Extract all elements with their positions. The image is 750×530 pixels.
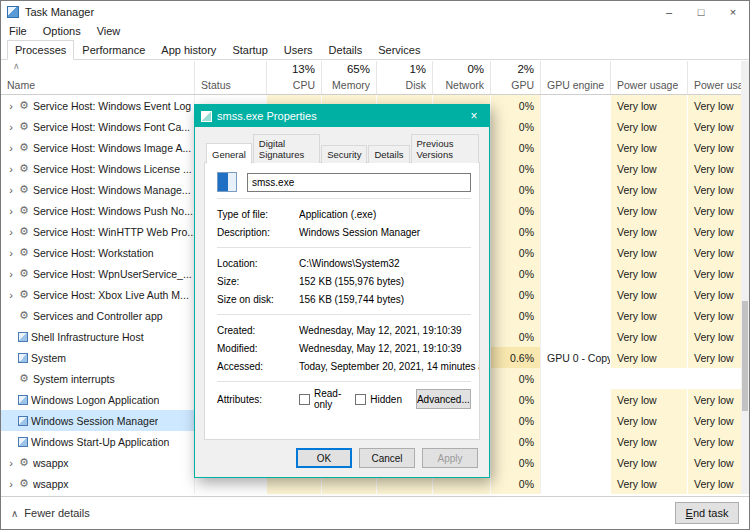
expand-chevron-icon[interactable]: › (7, 289, 15, 301)
expand-chevron-icon[interactable]: › (7, 247, 15, 259)
dialog-tab-details[interactable]: Details (368, 145, 409, 163)
tab-app-history[interactable]: App history (153, 40, 224, 60)
gpu-cell: 0% (490, 473, 540, 494)
power-usage-trend-cell (687, 368, 743, 389)
tab-details[interactable]: Details (321, 40, 371, 60)
hidden-checkbox[interactable]: Hidden (355, 394, 402, 405)
description-value: Windows Session Manager (299, 227, 420, 238)
minimize-button[interactable]: – (653, 1, 685, 22)
power-usage-cell: Very low (610, 305, 687, 326)
gpu-engine-cell (540, 158, 610, 179)
cpu-column-label: CPU (293, 79, 315, 91)
readonly-checkbox[interactable]: Read-only (299, 388, 341, 410)
expand-chevron-icon[interactable]: › (7, 226, 15, 238)
expand-chevron-icon[interactable]: › (7, 163, 15, 175)
menu-options[interactable]: Options (43, 25, 81, 37)
process-icon (18, 353, 28, 363)
expand-chevron-icon[interactable]: › (7, 205, 15, 217)
maximize-button[interactable]: □ (685, 1, 717, 22)
column-header-disk[interactable]: 1% Disk (376, 61, 432, 94)
gpu-cell: 0% (490, 158, 540, 179)
menu-view[interactable]: View (97, 25, 121, 37)
size-on-disk-value: 156 KB (159,744 bytes) (299, 294, 404, 305)
process-icon (18, 478, 30, 490)
power-usage-trend-cell: Very low (687, 305, 743, 326)
expand-chevron-icon[interactable]: › (7, 268, 15, 280)
fewer-details-label: Fewer details (24, 507, 89, 519)
column-header-status[interactable]: Status (194, 61, 266, 94)
column-header-gpu-engine[interactable]: GPU engine (540, 61, 610, 94)
process-name: wsappx (33, 457, 69, 469)
general-tab-page: Type of file:Application (.exe) Descript… (204, 162, 480, 440)
gpu-cell: 0% (490, 305, 540, 326)
column-header-power-usage[interactable]: Power usage (610, 61, 687, 94)
filename-input[interactable] (247, 173, 471, 192)
dialog-buttons: OK Cancel Apply (204, 440, 480, 477)
column-header-network[interactable]: 0% Network (432, 61, 490, 94)
tab-processes[interactable]: Processes (7, 40, 74, 60)
power-usage-trend-cell: Very low (687, 473, 743, 494)
column-header-cpu[interactable]: 13% CPU (266, 61, 321, 94)
expand-chevron-icon[interactable]: › (7, 457, 15, 469)
dialog-tab-digital-signatures[interactable]: Digital Signatures (253, 134, 320, 163)
disk-total-percent: 1% (409, 63, 426, 75)
gpu-engine-cell (540, 431, 610, 452)
dialog-tab-general[interactable]: General (206, 143, 252, 164)
power-usage-cell: Very low (610, 200, 687, 221)
expand-chevron-icon[interactable]: › (7, 100, 15, 112)
expand-chevron-icon[interactable]: › (7, 478, 15, 490)
dialog-close-icon[interactable]: × (459, 105, 489, 127)
checkbox-icon[interactable] (299, 394, 310, 405)
advanced-button[interactable]: Advanced... (416, 389, 471, 409)
vertical-scrollbar[interactable] (741, 61, 749, 494)
dialog-tab-security[interactable]: Security (321, 145, 367, 163)
power-usage-cell: Very low (610, 473, 687, 494)
expand-chevron-icon[interactable]: › (7, 121, 15, 133)
disk-column-label: Disk (406, 79, 426, 91)
column-header-gpu[interactable]: 2% GPU (490, 61, 540, 94)
process-name: Service Host: WinHTTP Web Pro... (33, 226, 194, 238)
power-usage-cell: Very low (610, 389, 687, 410)
process-name: wsappx (33, 478, 69, 490)
menu-file[interactable]: File (9, 25, 27, 37)
divider (217, 314, 471, 315)
cancel-button[interactable]: Cancel (359, 448, 415, 468)
gpu-cell: 0% (490, 284, 540, 305)
divider (217, 198, 471, 199)
expand-chevron-icon[interactable]: › (7, 142, 15, 154)
accessed-value: Today, September 20, 2021, 14 minutes ag… (299, 361, 480, 372)
dialog-tab-previous-versions[interactable]: Previous Versions (411, 134, 480, 163)
apply-button[interactable]: Apply (422, 448, 478, 468)
gpu-engine-cell (540, 305, 610, 326)
tab-services[interactable]: Services (370, 40, 428, 60)
gpu-cell: 0% (490, 242, 540, 263)
process-icon (18, 457, 30, 469)
column-header-name[interactable]: ∧ Name (1, 61, 194, 94)
end-task-button[interactable]: End task (675, 502, 739, 524)
ok-button[interactable]: OK (296, 448, 352, 468)
expand-chevron-icon[interactable]: › (7, 184, 15, 196)
tab-performance[interactable]: Performance (74, 40, 153, 60)
menu-bar: FileOptionsView (1, 22, 749, 40)
column-header-power-usage-trend[interactable]: Power usage t... (687, 61, 743, 94)
close-button[interactable]: × (717, 1, 749, 22)
checkbox-icon[interactable] (355, 394, 366, 405)
gpu-engine-cell (540, 263, 610, 284)
gpu-engine-cell: GPU 0 - Copy (540, 347, 610, 368)
process-name: Service Host: Workstation (33, 247, 154, 259)
power-usage-trend-column-label: Power usage t... (694, 79, 746, 91)
column-header-memory[interactable]: 65% Memory (321, 61, 376, 94)
tab-users[interactable]: Users (276, 40, 321, 60)
process-icon (18, 268, 30, 280)
memory-total-percent: 65% (347, 63, 370, 75)
dialog-body: GeneralDigital SignaturesSecurityDetails… (195, 127, 489, 477)
scrollbar-thumb[interactable] (742, 301, 748, 411)
process-icon (18, 100, 30, 112)
tab-startup[interactable]: Startup (224, 40, 275, 60)
network-column-label: Network (445, 79, 484, 91)
task-manager-icon (7, 6, 19, 18)
modified-value: Wednesday, May 12, 2021, 19:10:39 (299, 343, 462, 354)
power-usage-column-label: Power usage (617, 79, 678, 91)
fewer-details-toggle[interactable]: ∧ Fewer details (11, 507, 90, 519)
task-manager-window: Task Manager – □ × FileOptionsView Proce… (0, 0, 750, 530)
